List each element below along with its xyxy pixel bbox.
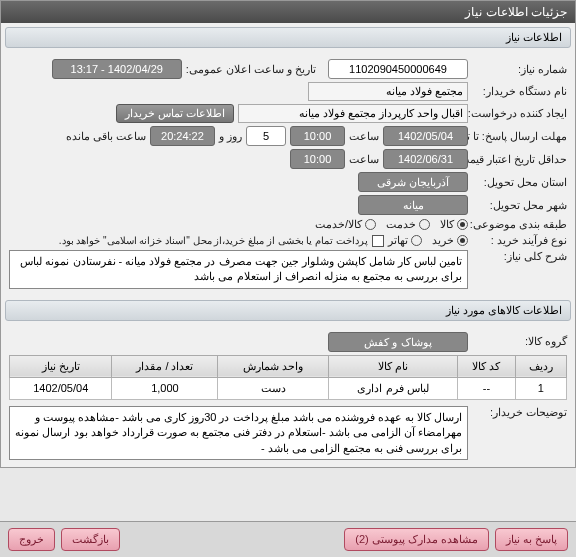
remain-time-field: 20:24:22 xyxy=(150,126,215,146)
th-qty: تعداد / مقدار xyxy=(112,355,218,377)
label-buyer-org: نام دستگاه خریدار: xyxy=(472,85,567,98)
city-field: میانه xyxy=(358,195,468,215)
th-date: تاریخ نیاز xyxy=(10,355,112,377)
radio-dot-icon xyxy=(419,219,430,230)
th-name: نام کالا xyxy=(329,355,458,377)
radio-dot-icon xyxy=(457,235,468,246)
need-number-field: 1102090450000649 xyxy=(328,59,468,79)
radio-exchange[interactable]: تهاتر xyxy=(388,234,422,247)
cell-no: 1 xyxy=(515,377,566,399)
cell-qty: 1,000 xyxy=(112,377,218,399)
credit-time-field: 10:00 xyxy=(290,149,345,169)
buyer-org-field: مجتمع فولاد میانه xyxy=(308,82,468,101)
radio-service[interactable]: خدمت xyxy=(386,218,430,231)
label-city: شهر محل تحویل: xyxy=(472,199,567,212)
label-remaining: ساعت باقی مانده xyxy=(66,130,146,143)
reply-button[interactable]: پاسخ به نیاز xyxy=(495,528,568,551)
th-code: کد کالا xyxy=(457,355,515,377)
goods-group-field: پوشاک و کفش xyxy=(328,332,468,352)
label-pay-note: پرداخت تمام یا بخشی از مبلغ خرید،از محل … xyxy=(59,235,368,246)
back-button[interactable]: بازگشت xyxy=(61,528,120,551)
credit-date-field: 1402/06/31 xyxy=(383,149,468,169)
section-need-info: اطلاعات نیاز xyxy=(5,27,571,48)
radio-dot-icon xyxy=(365,219,376,230)
need-description-textarea[interactable]: تامین لباس کار شامل کاپشن وشلوار جین جهت… xyxy=(9,250,468,289)
province-field: آذربایجان شرقی xyxy=(358,172,468,192)
label-day-and: روز و xyxy=(219,130,242,143)
requester-field: اقبال واحد کارپرداز مجتمع فولاد میانه xyxy=(238,104,468,123)
treasury-checkbox[interactable] xyxy=(372,235,384,247)
radio-exchange-label: تهاتر xyxy=(388,234,408,247)
buyer-contact-button[interactable]: اطلاعات تماس خریدار xyxy=(116,104,234,123)
label-province: استان محل تحویل: xyxy=(472,176,567,189)
window-title: جزئیات اطلاعات نیاز xyxy=(1,1,575,23)
goods-table: ردیف کد کالا نام کالا واحد شمارش تعداد /… xyxy=(9,355,567,400)
th-row: ردیف xyxy=(515,355,566,377)
label-announce-dt: تاریخ و ساعت اعلان عمومی: xyxy=(186,63,316,76)
radio-goods-service[interactable]: کالا/خدمت xyxy=(315,218,376,231)
radio-buy-label: خرید xyxy=(432,234,454,247)
label-desc: شرح کلی نیاز: xyxy=(472,250,567,263)
label-credit-deadline: حداقل تاریخ اعتبار قیمت تا تاریخ: xyxy=(472,153,567,165)
deadline-time-field: 10:00 xyxy=(290,126,345,146)
attachments-button[interactable]: مشاهده مدارک پیوستی (2) xyxy=(344,528,489,551)
announce-datetime-field: 1402/04/29 - 13:17 xyxy=(52,59,182,79)
process-radio-group: خرید تهاتر xyxy=(388,234,468,247)
label-category: طبقه بندی موضوعی: xyxy=(472,218,567,231)
label-hour-1: ساعت xyxy=(349,130,379,143)
radio-dot-icon xyxy=(411,235,422,246)
th-unit: واحد شمارش xyxy=(218,355,329,377)
label-deadline: مهلت ارسال پاسخ: تا تاریخ: xyxy=(472,130,567,142)
section-goods-info: اطلاعات کالاهای مورد نیاز xyxy=(5,300,571,321)
remain-days-field: 5 xyxy=(246,126,286,146)
category-radio-group: کالا خدمت کالا/خدمت xyxy=(315,218,468,231)
radio-dot-icon xyxy=(457,219,468,230)
cell-date: 1402/05/04 xyxy=(10,377,112,399)
label-hour-2: ساعت xyxy=(349,153,379,166)
radio-buy[interactable]: خرید xyxy=(432,234,468,247)
radio-goods[interactable]: کالا xyxy=(440,218,468,231)
radio-goods-service-label: کالا/خدمت xyxy=(315,218,362,231)
exit-button[interactable]: خروج xyxy=(8,528,55,551)
deadline-date-field: 1402/05/04 xyxy=(383,126,468,146)
radio-goods-label: کالا xyxy=(440,218,454,231)
cell-code: -- xyxy=(457,377,515,399)
label-goods-group: گروه کالا: xyxy=(472,335,567,348)
label-need-no: شماره نیاز: xyxy=(472,63,567,76)
label-requester: ایجاد کننده درخواست: xyxy=(472,107,567,120)
cell-name: لباس فرم اداری xyxy=(329,377,458,399)
bottom-toolbar: پاسخ به نیاز مشاهده مدارک پیوستی (2) باز… xyxy=(0,521,576,557)
label-buyer-notes: توضیحات خریدار: xyxy=(472,406,567,419)
radio-service-label: خدمت xyxy=(386,218,416,231)
buyer-notes-textarea[interactable]: ارسال کالا به عهده فروشنده می باشد مبلغ … xyxy=(9,406,468,460)
table-row[interactable]: 1 -- لباس فرم اداری دست 1,000 1402/05/04 xyxy=(10,377,567,399)
label-process: نوع فرآیند خرید : xyxy=(472,234,567,247)
cell-unit: دست xyxy=(218,377,329,399)
